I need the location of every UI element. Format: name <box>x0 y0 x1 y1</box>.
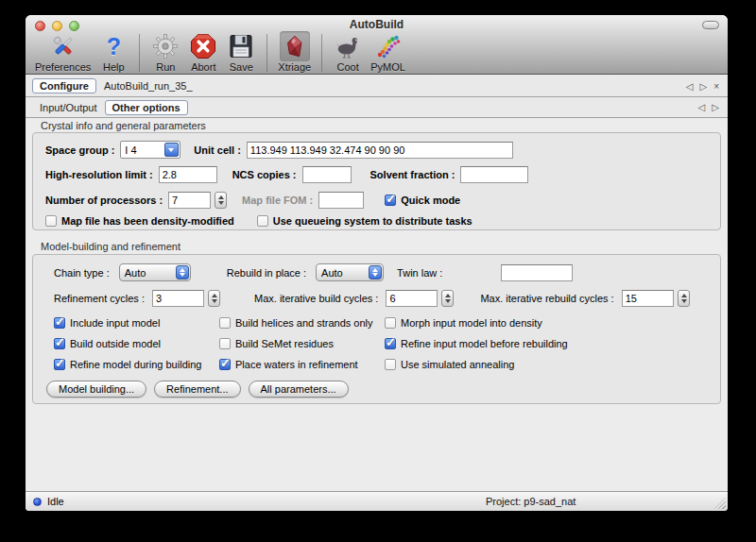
morph-model-checkbox[interactable]: Morph input model into density <box>385 317 542 329</box>
include-input-model-checkbox[interactable]: Include input model <box>54 317 219 329</box>
run-gear-icon <box>150 31 180 61</box>
simulated-annealing-box[interactable] <box>385 359 396 370</box>
run-button[interactable]: Run <box>150 31 180 74</box>
ncs-copies-label: NCS copies : <box>232 169 297 180</box>
status-bar: Idle Project: p9-sad_nat <box>26 491 728 511</box>
solvent-fraction-label: Solvent fraction : <box>370 169 455 180</box>
app-window: AutoBuild <box>26 15 728 511</box>
rebuild-in-place-value: Auto <box>317 267 368 279</box>
build-outside-model-label: Build outside model <box>70 338 161 349</box>
refine-before-rebuild-box[interactable] <box>385 338 396 349</box>
build-outside-model-checkbox[interactable]: Build outside model <box>54 338 219 349</box>
quick-mode-checkbox[interactable]: Quick mode <box>385 195 460 206</box>
max-build-cycles-label: Max. iterative build cycles : <box>254 293 378 304</box>
place-waters-label: Place waters in refinement <box>235 359 358 370</box>
queueing-checkbox[interactable]: Use queueing system to distribute tasks <box>257 215 472 227</box>
max-rebuild-cycles-stepper[interactable] <box>678 290 690 307</box>
xtriage-label: Xtriage <box>278 61 311 74</box>
chain-type-value: Auto <box>120 267 175 279</box>
pymol-button[interactable]: PyMOL <box>370 31 405 74</box>
model-section-title: Model-building and refinement <box>41 241 180 252</box>
queueing-checkbox-box[interactable] <box>257 215 268 227</box>
refinement-cycles-field[interactable] <box>152 290 204 307</box>
max-build-cycles-stepper[interactable] <box>441 290 454 307</box>
map-file-fom-label: Map file FOM : <box>242 195 313 206</box>
sub-tab-bar: Input/Output Other options ◁ ▷ <box>26 97 728 118</box>
rebuild-in-place-popup[interactable]: Auto <box>316 263 384 281</box>
quick-mode-checkbox-box[interactable] <box>385 195 396 206</box>
preferences-tools-icon <box>48 31 78 61</box>
twin-law-field[interactable] <box>501 264 573 281</box>
unit-cell-field[interactable] <box>247 142 513 159</box>
tab-other-options[interactable]: Other options <box>105 100 188 115</box>
solvent-fraction-field[interactable] <box>460 166 528 183</box>
coot-button[interactable]: Coot <box>333 31 363 74</box>
toolbar: Preferences ? Help <box>31 29 724 74</box>
chain-type-popup[interactable]: Auto <box>119 263 191 281</box>
main-tab-bar: Configure AutoBuild_run_35_ ◁ ▷ × <box>26 76 728 97</box>
space-group-dropdown-icon[interactable] <box>164 143 179 157</box>
tab-configure[interactable]: Configure <box>32 78 96 93</box>
build-outside-model-box[interactable] <box>54 338 65 349</box>
coot-label: Coot <box>337 61 359 74</box>
tab-autobuild-run[interactable]: AutoBuild_run_35_ <box>96 79 200 93</box>
tab-prev-icon[interactable]: ◁ <box>686 81 694 92</box>
chain-type-label: Chain type : <box>54 267 110 279</box>
toolbar-separator <box>139 34 140 72</box>
refinement-cycles-stepper[interactable] <box>208 290 220 307</box>
high-res-limit-field[interactable] <box>159 166 217 183</box>
num-processors-stepper[interactable] <box>215 192 227 209</box>
rebuild-in-place-stepper-icon <box>369 265 382 279</box>
title-bar: AutoBuild <box>26 15 728 75</box>
build-helices-checkbox[interactable]: Build helices and strands only <box>219 317 385 329</box>
abort-stop-icon <box>188 31 218 61</box>
morph-model-box[interactable] <box>385 317 396 329</box>
build-semet-checkbox[interactable]: Build SeMet residues <box>219 338 385 349</box>
all-parameters-button[interactable]: All parameters... <box>249 381 349 398</box>
toolbar-separator <box>266 34 267 72</box>
max-rebuild-cycles-field[interactable] <box>622 290 674 307</box>
save-button[interactable]: Save <box>226 31 256 74</box>
toolbar-toggle-button[interactable] <box>702 21 719 29</box>
space-group-value: I 4 <box>121 144 163 156</box>
place-waters-checkbox[interactable]: Place waters in refinement <box>219 359 385 370</box>
build-helices-box[interactable] <box>219 317 231 329</box>
refine-before-rebuild-checkbox[interactable]: Refine input model before rebuilding <box>385 338 568 349</box>
xtriage-button[interactable]: Xtriage <box>278 31 311 74</box>
space-group-combo[interactable]: I 4 <box>120 141 180 159</box>
help-button[interactable]: ? Help <box>98 31 129 74</box>
abort-label: Abort <box>191 61 215 74</box>
help-label: Help <box>103 61 125 74</box>
preferences-button[interactable]: Preferences <box>35 31 91 74</box>
coot-bird-icon <box>333 31 363 61</box>
abort-button[interactable]: Abort <box>188 31 218 74</box>
space-group-label: Space group : <box>45 144 114 156</box>
ncs-copies-field[interactable] <box>302 166 352 183</box>
subtab-next-icon[interactable]: ▷ <box>712 102 719 112</box>
density-modified-checkbox[interactable]: Map file has been density-modified <box>45 215 234 227</box>
subtab-prev-icon[interactable]: ◁ <box>698 102 706 112</box>
model-section-box: Chain type : Auto Rebuild in place : Aut… <box>32 254 721 404</box>
tab-input-output[interactable]: Input/Output <box>32 101 105 114</box>
tab-next-icon[interactable]: ▷ <box>699 81 707 92</box>
map-file-fom-field[interactable] <box>318 192 364 209</box>
simulated-annealing-checkbox[interactable]: Use simulated annealing <box>385 359 514 370</box>
refine-during-building-box[interactable] <box>54 359 65 370</box>
subtab-nav-controls: ◁ ▷ <box>698 102 728 112</box>
refine-during-building-checkbox[interactable]: Refine model during building <box>54 359 219 370</box>
refinement-button[interactable]: Refinement... <box>154 381 240 398</box>
xtriage-crystal-icon <box>280 31 310 61</box>
build-helices-label: Build helices and strands only <box>235 317 373 329</box>
place-waters-box[interactable] <box>219 359 231 370</box>
simulated-annealing-label: Use simulated annealing <box>401 359 514 370</box>
include-input-model-box[interactable] <box>54 317 65 329</box>
num-processors-field[interactable] <box>168 192 211 209</box>
max-build-cycles-field[interactable] <box>386 290 438 307</box>
build-semet-box[interactable] <box>219 338 231 349</box>
run-label: Run <box>156 61 175 74</box>
tab-close-icon[interactable]: × <box>713 81 719 92</box>
model-building-button[interactable]: Model building... <box>46 381 146 398</box>
high-res-limit-label: High-resolution limit : <box>45 169 153 180</box>
density-modified-checkbox-box[interactable] <box>45 215 57 227</box>
resize-grip[interactable] <box>714 498 726 509</box>
